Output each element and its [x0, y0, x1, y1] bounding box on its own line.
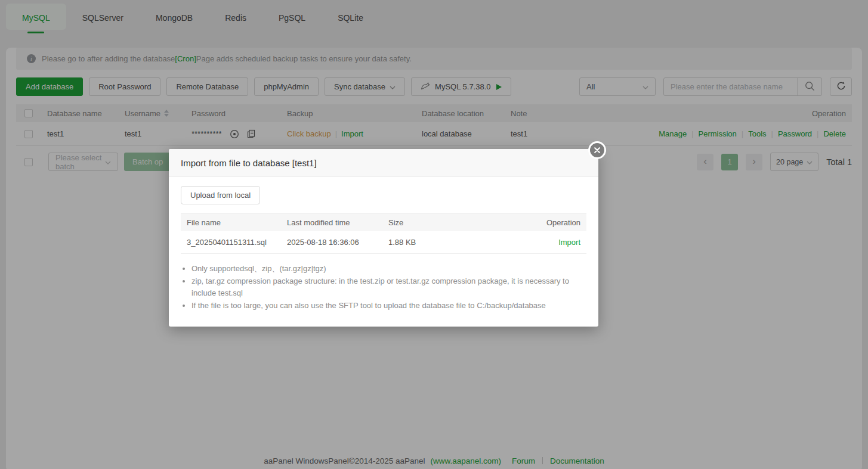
dialog-body: Upload from local File name Last modifie… [169, 177, 598, 327]
modified-time-value: 2025-08-18 16:36:06 [287, 238, 388, 247]
note-item: If the file is too large, you can also u… [191, 300, 586, 312]
upload-from-local-button[interactable]: Upload from local [181, 186, 260, 204]
header-file-name: File name [181, 218, 287, 227]
file-table-header: File name Last modified time Size Operat… [181, 214, 586, 231]
note-item: zip, tar.gz compression package structur… [191, 275, 586, 299]
dialog-title: Import from file to database [test1] [169, 149, 598, 177]
file-table: File name Last modified time Size Operat… [181, 213, 586, 254]
file-row: 3_20250401151311.sql 2025-08-18 16:36:06… [181, 231, 586, 253]
note-item: Only supportedsql、zip、(tar.gz|gz|tgz) [191, 263, 586, 275]
import-notes: Only supportedsql、zip、(tar.gz|gz|tgz) zi… [184, 263, 586, 312]
import-dialog: Import from file to database [test1] Upl… [169, 149, 598, 327]
file-name-value: 3_20250401151311.sql [181, 238, 287, 247]
close-icon[interactable] [588, 141, 606, 159]
header-size: Size [388, 218, 515, 227]
header-operation: Operation [515, 218, 586, 227]
file-import-link[interactable]: Import [558, 238, 580, 247]
file-size-value: 1.88 KB [388, 238, 515, 247]
header-last-modified: Last modified time [287, 218, 388, 227]
